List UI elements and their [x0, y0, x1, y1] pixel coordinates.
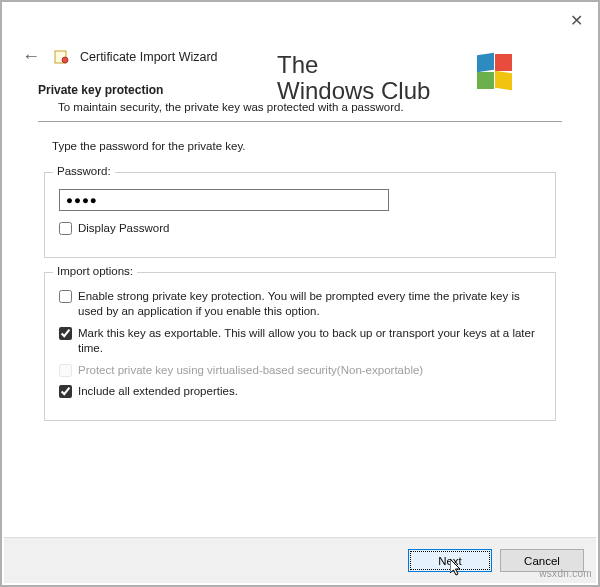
cancel-button[interactable]: Cancel — [500, 549, 584, 572]
vbs-row: Protect private key using virtualised-ba… — [59, 363, 541, 379]
vbs-label: Protect private key using virtualised-ba… — [78, 363, 541, 379]
import-options-legend: Import options: — [53, 265, 137, 277]
strong-protection-checkbox[interactable] — [59, 290, 72, 303]
close-icon[interactable]: ✕ — [554, 2, 598, 38]
wizard-header: ← Certificate Import Wizard — [2, 38, 598, 69]
display-password-row[interactable]: Display Password — [59, 221, 541, 237]
strong-protection-label: Enable strong private key protection. Yo… — [78, 289, 541, 320]
extended-row[interactable]: Include all extended properties. — [59, 384, 541, 400]
svg-point-1 — [62, 57, 68, 63]
back-arrow-icon[interactable]: ← — [18, 44, 44, 69]
vbs-checkbox — [59, 364, 72, 377]
display-password-checkbox[interactable] — [59, 222, 72, 235]
instruction-text: Type the password for the private key. — [52, 140, 562, 152]
password-legend: Password: — [53, 165, 115, 177]
titlebar: ✕ — [2, 2, 598, 38]
extended-checkbox[interactable] — [59, 385, 72, 398]
display-password-label: Display Password — [78, 221, 541, 237]
exportable-label: Mark this key as exportable. This will a… — [78, 326, 541, 357]
exportable-row[interactable]: Mark this key as exportable. This will a… — [59, 326, 541, 357]
content-area: Private key protection To maintain secur… — [2, 69, 598, 421]
exportable-checkbox[interactable] — [59, 327, 72, 340]
extended-label: Include all extended properties. — [78, 384, 541, 400]
footer-bar: Next Cancel — [4, 537, 596, 583]
page-heading: Private key protection — [38, 83, 562, 97]
password-input[interactable] — [59, 189, 389, 211]
wizard-title: Certificate Import Wizard — [80, 50, 218, 64]
import-options-fieldset: Import options: Enable strong private ke… — [44, 272, 556, 421]
strong-protection-row[interactable]: Enable strong private key protection. Yo… — [59, 289, 541, 320]
certificate-icon — [54, 49, 70, 65]
separator — [38, 121, 562, 122]
page-subheading: To maintain security, the private key wa… — [58, 101, 562, 113]
next-button[interactable]: Next — [408, 549, 492, 572]
password-fieldset: Password: Display Password — [44, 172, 556, 258]
